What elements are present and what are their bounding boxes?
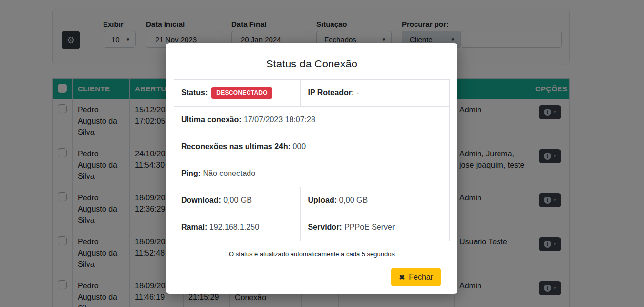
status-label: Status: — [181, 88, 208, 97]
ramal-label: Ramal: — [181, 223, 207, 231]
auto-refresh-note: O status é atualizado automaticamente a … — [166, 250, 457, 258]
reconexoes-cell: Reconexões nas ultimas 24h: 000 — [174, 133, 450, 160]
fechar-button[interactable]: ✖ Fechar — [391, 268, 441, 286]
reconexoes-label: Reconexões nas ultimas 24h: — [181, 142, 291, 151]
fechar-button-label: Fechar — [409, 273, 433, 282]
ip-roteador-cell: IP Roteador: - — [301, 80, 450, 107]
ultima-conexao-label: Ultima conexão: — [181, 115, 242, 124]
modal-title: Status da Conexão — [166, 58, 457, 70]
download-value: 0,00 GB — [223, 196, 252, 204]
page: ⚙ Exibir 10 ▾ Data Inicial Data Final Si… — [0, 0, 644, 307]
status-badge: DESCONECTADO — [211, 87, 272, 99]
ramal-cell: Ramal: 192.168.1.250 — [174, 214, 301, 241]
ip-roteador-label: IP Roteador: — [308, 88, 354, 97]
ping-cell: Ping: Não conectado — [174, 160, 450, 187]
ping-label: Ping: — [181, 169, 201, 177]
upload-label: Upload: — [308, 196, 337, 204]
servidor-value: PPPoE Server — [344, 223, 395, 231]
ip-roteador-value: - — [356, 88, 359, 97]
ping-value: Não conectado — [203, 169, 255, 177]
upload-value: 0,00 GB — [339, 196, 368, 204]
upload-cell: Upload: 0,00 GB — [301, 187, 450, 214]
ultima-conexao-cell: Ultima conexão: 17/07/2023 18:07:28 — [174, 107, 450, 133]
reconexoes-value: 000 — [293, 142, 306, 151]
status-cell: Status:DESCONECTADO — [174, 80, 301, 107]
ramal-value: 192.168.1.250 — [209, 223, 259, 231]
ultima-conexao-value: 17/07/2023 18:07:28 — [244, 115, 315, 124]
connection-status-modal: Status da Conexão Status:DESCONECTADO IP… — [166, 43, 457, 294]
servidor-label: Servidor: — [308, 223, 342, 231]
connection-status-table: Status:DESCONECTADO IP Roteador: - Ultim… — [174, 79, 450, 241]
servidor-cell: Servidor: PPPoE Server — [301, 214, 450, 241]
close-icon: ✖ — [399, 273, 405, 281]
download-label: Download: — [181, 196, 221, 204]
download-cell: Download: 0,00 GB — [174, 187, 301, 214]
